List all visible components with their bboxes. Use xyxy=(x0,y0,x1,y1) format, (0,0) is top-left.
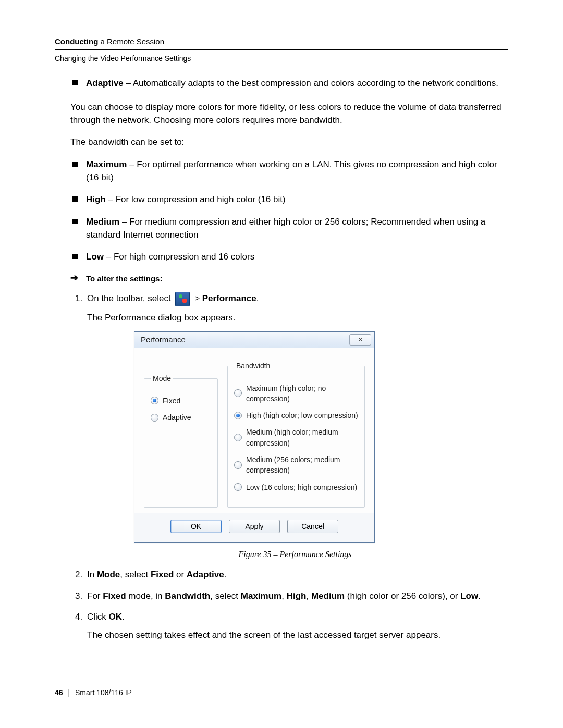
para-bandwidth-intro: The bandwidth can be set to: xyxy=(70,136,503,149)
bw-option-medium-high[interactable]: Medium (high color; medium compression) xyxy=(234,427,358,448)
apply-button[interactable]: Apply xyxy=(229,520,280,533)
step-3: For Fixed mode, in Bandwidth, select Max… xyxy=(85,590,503,603)
bullet-bw-medium: Medium – For medium compression and eith… xyxy=(70,216,503,241)
bw-option-high[interactable]: High (high color; low compression) xyxy=(234,410,358,421)
bandwidth-fieldset: Bandwidth Maximum (high color; no compre… xyxy=(227,361,365,508)
footer-product: Smart 108/116 IP xyxy=(75,688,132,697)
radio-icon xyxy=(234,461,242,469)
close-icon: ✕ xyxy=(358,335,363,345)
mode-option-fixed[interactable]: Fixed xyxy=(151,396,211,406)
dialog-footer: OK Apply Cancel xyxy=(134,513,374,542)
mode-legend: Mode xyxy=(151,373,173,384)
page-number: 46 xyxy=(55,688,63,697)
running-head-bold: Conducting xyxy=(55,37,98,46)
steps-list: On the toolbar, select > Performance. Th… xyxy=(70,292,503,642)
bullet-bw-low: Low – For high compression and 16 colors xyxy=(70,251,503,264)
bullet-adaptive: Adaptive – Automatically adapts to the b… xyxy=(70,77,503,90)
bw-option-medium-256[interactable]: Medium (256 colors; medium compression) xyxy=(234,454,358,476)
footer-separator: | xyxy=(68,688,70,697)
performance-dialog: Performance ✕ Mode Fixed xyxy=(134,331,375,543)
ok-button[interactable]: OK xyxy=(170,520,222,533)
radio-icon xyxy=(151,414,158,422)
step-4: Click OK. The chosen setting takes effec… xyxy=(85,611,503,641)
radio-icon xyxy=(234,389,242,397)
bandwidth-legend: Bandwidth xyxy=(234,361,272,371)
mode-fieldset: Mode Fixed Adaptive xyxy=(144,373,218,508)
arrow-icon: ➔ xyxy=(70,273,78,282)
step-4-subtext: The chosen setting takes effect and the … xyxy=(87,629,503,642)
running-head-rest: a Remote Session xyxy=(98,37,164,46)
bandwidth-bullet-list: Maximum – For optimal performance when w… xyxy=(70,158,503,264)
radio-icon xyxy=(234,412,242,419)
bw-option-maximum[interactable]: Maximum (high color; no compression) xyxy=(234,383,358,404)
close-button[interactable]: ✕ xyxy=(349,334,371,346)
bullet-adaptive-lead: Adaptive xyxy=(86,78,124,88)
running-head: Conducting a Remote Session xyxy=(55,36,508,47)
step-1-subtext: The Performance dialog box appears. xyxy=(87,312,503,325)
to-alter-heading: ➔ To alter the settings: xyxy=(70,273,503,285)
figure-caption: Figure 35 – Performance Settings xyxy=(87,548,503,560)
radio-icon xyxy=(234,434,242,441)
bullet-bw-maximum: Maximum – For optimal performance when w… xyxy=(70,158,503,184)
adaptive-bullet-list: Adaptive – Automatically adapts to the b… xyxy=(70,77,503,90)
bullet-adaptive-text: – Automatically adapts to the best compr… xyxy=(124,78,498,88)
section-subtitle: Changing the Video Performance Settings xyxy=(55,54,508,63)
cancel-button[interactable]: Cancel xyxy=(287,520,338,533)
para-color-choice: You can choose to display more colors fo… xyxy=(70,101,503,127)
mode-option-adaptive[interactable]: Adaptive xyxy=(151,412,211,423)
settings-icon xyxy=(175,292,190,306)
dialog-titlebar: Performance ✕ xyxy=(134,332,374,348)
radio-icon xyxy=(151,397,158,404)
page-footer: 46 | Smart 108/116 IP xyxy=(55,688,132,697)
bw-option-low[interactable]: Low (16 colors; high compression) xyxy=(234,482,358,492)
step-2: In Mode, select Fixed or Adaptive. xyxy=(85,569,503,582)
dialog-title: Performance xyxy=(141,334,186,346)
header-divider xyxy=(55,49,508,50)
bullet-bw-high: High – For low compression and high colo… xyxy=(70,193,503,206)
radio-icon xyxy=(234,483,242,491)
figure-performance-dialog: Performance ✕ Mode Fixed xyxy=(134,331,503,543)
step-1: On the toolbar, select > Performance. Th… xyxy=(85,292,503,561)
